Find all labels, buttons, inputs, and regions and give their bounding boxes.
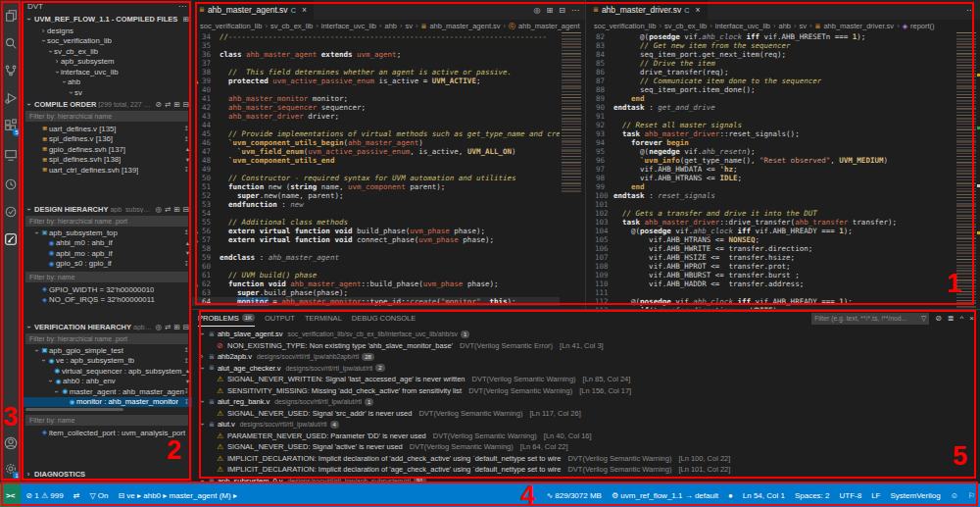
code-line[interactable]: 84 seq_item_port.get_next_item(req); — [586, 50, 955, 59]
code-line[interactable]: 103 task ahb_master_driver::drive_transf… — [586, 218, 955, 227]
breadcrumb-item[interactable]: soc_verification_lib — [200, 22, 262, 30]
code-line[interactable]: 83 // Get new item from the sequencer — [586, 41, 955, 50]
code-line[interactable]: 63 super.build_phase(phase); — [192, 288, 560, 297]
chevron-down-icon[interactable]: › — [198, 364, 207, 372]
panel-tab-debug-console[interactable]: DEBUG CONSOLE — [352, 310, 416, 327]
code-line[interactable]: 108 vif.AHB_HPROT <= transfer.prot; — [586, 262, 955, 271]
code-line[interactable]: 110 vif.AHB_HADDR <= transfer.address; — [586, 279, 955, 288]
code-line[interactable]: 60 — [192, 262, 560, 271]
panel-tab-terminal[interactable]: TERMINAL — [305, 310, 342, 327]
panel-tab-problems[interactable]: PROBLEMS1K — [198, 310, 255, 327]
maximize-panel-icon[interactable]: ^ — [960, 314, 964, 323]
problems-summary[interactable]: ⊘ 1 ⚠ 999 — [21, 483, 68, 507]
code-line[interactable]: 102 // Gets a transfer and drive it into… — [586, 209, 955, 218]
breadcrumb-item[interactable]: soc_verification_lib — [594, 22, 656, 30]
tree-row[interactable]: ›soc_verification_lib — [22, 36, 192, 47]
view-as-table-icon[interactable]: ≣ — [948, 314, 955, 323]
more-actions-icon[interactable]: ⋯ — [966, 6, 974, 15]
pin-arrow-icon[interactable]: ↧ — [184, 166, 192, 174]
dvt-build-config[interactable]: ⚙ uvm_ref_flow_1.1 → default — [607, 483, 723, 507]
tree-row[interactable]: ≣spi_defines.svh [138]▾ — [22, 155, 192, 166]
collapse-all-icon[interactable]: ⊘ — [935, 314, 942, 323]
pin-arrow-icon[interactable]: ↥ — [184, 135, 192, 143]
code-line[interactable]: 86 drive_transfer(req); — [586, 68, 955, 76]
problems-filter-input[interactable]: Filter (e.g. text, **/*.ts, !**/nod...▽ — [811, 313, 929, 325]
code-line[interactable]: 55 // Additional class methods — [192, 218, 560, 227]
account-icon[interactable] — [0, 431, 22, 455]
tree-row[interactable]: ◉monitor : ahb_master_monitor↧ — [22, 397, 192, 408]
tree-row[interactable]: ›sv_cb_ex_lib — [22, 46, 192, 57]
breadcrumb-item[interactable]: sv_cb_ex_lib — [664, 22, 707, 30]
more-actions-icon[interactable]: ⋯ — [178, 2, 186, 11]
tree-row[interactable]: ◉ahbi_m0 : ahb_if▴ — [22, 238, 192, 249]
tree-row[interactable]: ›designs — [22, 25, 192, 36]
tree-row[interactable]: ≣spi_defines.v [136]↥ — [22, 134, 192, 145]
code-line[interactable]: 96 `uvm_info(get_type_name(), "Reset obs… — [586, 156, 955, 165]
extensions-icon[interactable]: 5 — [0, 114, 22, 137]
tree-row[interactable]: ◉virtual_sequencer : apb_subsystem_virtu… — [22, 366, 192, 377]
dvt-hierarchy-path[interactable]: ⊟ ve ▸ ahb0 ▸ master_agent (M) ▸ — [113, 483, 241, 507]
code-line[interactable]: 93 task ahb_master_driver::reset_signals… — [586, 129, 955, 138]
code-line[interactable]: 44 — [192, 121, 560, 129]
pin-arrow-icon[interactable]: ▴ — [186, 145, 192, 153]
tree-row[interactable]: ›apb_subsystem — [22, 57, 192, 68]
pin-arrow-icon[interactable]: ↧ — [184, 387, 192, 395]
clear-icon[interactable]: ⊘ — [156, 100, 162, 109]
code-line[interactable]: 50 // Constructor - required syntax for … — [192, 174, 560, 182]
code-line[interactable]: 88 seq_item_port.item_done(); — [586, 85, 955, 94]
problems-file-row[interactable]: ›≣apb_subsystem_0.vdesigns/socv/rtl/rtl_… — [192, 476, 980, 484]
code-line[interactable]: 95 @(negedge vif.ahb_resetn); — [586, 147, 955, 156]
tree-row[interactable]: ›▣apb_subsystem_top↥ — [22, 228, 192, 238]
verification-hierarchy-header[interactable]: › VERIFICATION HIERARCHY apb_gpio_... ◎⇄… — [22, 321, 192, 332]
breadcrumb[interactable]: soc_verification_lib›sv_cb_ex_lib›interf… — [192, 20, 585, 32]
problems-issue-row[interactable]: ⊘NON_EXISTING_TYPE: Non existing type 'a… — [192, 340, 980, 352]
tree-row[interactable]: ›◉ahb0 : ahb_env▾ — [22, 377, 192, 387]
code-line[interactable]: 100endtask : reset_signals — [586, 191, 955, 200]
code-line[interactable]: 54 — [192, 209, 560, 218]
code-line[interactable]: 111 — [586, 288, 955, 297]
code-line[interactable]: 92 // Reset all master signals — [586, 121, 955, 129]
code-line[interactable]: 64 monitor = ahb_master_monitor::type_id… — [192, 297, 560, 306]
filter-funnel-icon[interactable]: ▽ — [921, 315, 926, 323]
code-line[interactable]: 89 end — [586, 94, 955, 103]
encoding[interactable]: UTF-8 — [835, 483, 867, 507]
code-line[interactable]: 91 — [586, 112, 955, 121]
export-icon[interactable]: ⊟ — [183, 323, 189, 331]
problems-file-row[interactable]: ›≣alut_age_checker.vdesigns/socv/rtl/rtl… — [192, 363, 980, 375]
follow-icon[interactable]: ◎ — [156, 323, 163, 331]
horizontal-scrollbar[interactable] — [25, 408, 123, 411]
tree-row[interactable]: ≣uart_defines.v [135]↥ — [22, 124, 192, 134]
breadcrumb-item[interactable]: sv — [406, 22, 414, 30]
code-line[interactable]: 59endclass : ahb_master_agent — [192, 253, 560, 262]
problems-file-row[interactable]: ›≣alut.vdesigns/socv/rtl/rtl_lpw/alut/rt… — [192, 419, 980, 431]
minimap[interactable] — [955, 32, 980, 309]
close-icon[interactable]: × — [302, 5, 307, 15]
code-line[interactable]: 106 vif.AHB_HWRITE <= transfer.direction… — [586, 244, 955, 253]
breadcrumb[interactable]: soc_verification_lib›sv_cb_ex_lib›interf… — [586, 20, 980, 32]
compiled-files-header[interactable]: › UVM_REF_FLOW_1.1 - COMPILED FILES ⊞ — [22, 13, 192, 25]
notifications-bell-icon[interactable]: ⚐ — [963, 483, 980, 507]
code-line[interactable]: 42 ahb_master_sequencer sequencer; — [192, 103, 560, 112]
code-line[interactable]: 94 forever begin — [586, 138, 955, 147]
breadcrumb-item[interactable]: interface_uvc_lib — [715, 22, 770, 30]
breadcrumb-item[interactable]: sv_cb_ex_lib — [270, 22, 313, 30]
cursor-position[interactable]: Ln 54, Col 1 — [738, 483, 790, 507]
diagnostics-header[interactable]: › DIAGNOSTICS — [22, 468, 192, 480]
chevron-down-icon[interactable]: › — [198, 421, 207, 429]
close-panel-icon[interactable]: × — [969, 314, 974, 323]
code-line[interactable]: 52 super.new(name, parent); — [192, 191, 560, 200]
tree-row[interactable]: ›◉master_agent : ahb_master_agent↧ — [22, 386, 192, 397]
code-line[interactable]: 98 vif.AHB_HTRANS <= IDLE; — [586, 174, 955, 182]
code-line[interactable]: 61 // UVM build() phase — [192, 271, 560, 279]
tree-row[interactable]: ◈NO_OF_IRQS = 32'h00000011 — [22, 295, 192, 306]
tab-ahb-master-driver[interactable]: ≣ ahb_master_driver.sv C × — [586, 0, 708, 20]
copy-icon[interactable]: ⊞ — [173, 100, 179, 109]
pin-arrow-icon[interactable]: ▴ — [186, 239, 192, 247]
chevron-down-icon[interactable]: › — [198, 330, 207, 338]
export-icon[interactable]: ⊟ — [183, 100, 189, 109]
code-line[interactable]: 53 endfunction : new — [192, 200, 560, 209]
pin-arrow-icon[interactable]: ↥ — [184, 357, 192, 365]
code-line[interactable]: 47 `uvm_field_enum(uvm_active_passive_en… — [192, 147, 560, 156]
code-line[interactable]: 45 // Provide implementations of virtual… — [192, 129, 560, 138]
pin-arrow-icon[interactable]: ↥ — [184, 228, 192, 236]
